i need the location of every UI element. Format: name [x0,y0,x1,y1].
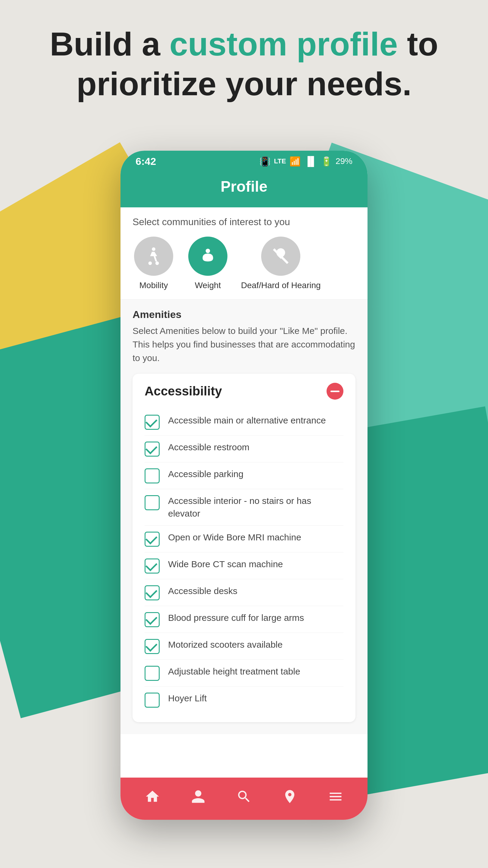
accessibility-card: Accessibility Accessible main or alterna… [133,374,355,722]
checkbox-6[interactable] [144,585,160,600]
amenities-description: Select Amenities below to build your "Li… [133,324,355,365]
nav-profile[interactable] [190,789,206,806]
battery-percentage: 29% [335,156,352,166]
search-icon [236,789,252,806]
checkbox-9[interactable] [144,666,160,681]
lte-icon: LTE [274,157,286,165]
mobility-label: Mobility [139,281,168,290]
phone-mockup: 6:42 📳 LTE 📶 ▐▌ 🔋 29% Profile Select com… [121,151,367,820]
weight-icon [197,246,218,267]
checklist-item[interactable]: Adjustable height treatment table [144,660,344,687]
community-item-weight[interactable]: Weight [187,237,229,290]
checklist-item[interactable]: Accessible interior - no stairs or has e… [144,489,344,526]
item-label-1: Accessible restroom [168,441,344,454]
svg-point-0 [152,247,156,251]
checkbox-7[interactable] [144,612,160,627]
weight-circle [188,237,227,276]
checklist-item[interactable]: Hoyer Lift [144,687,344,713]
location-icon [282,789,298,806]
deaf-circle [261,237,300,276]
checklist-container: Accessible main or alternative entranceA… [144,409,344,713]
wifi-icon: 📶 [290,156,301,167]
item-label-7: Blood pressure cuff for large arms [168,612,344,624]
menu-icon [328,789,344,806]
header-line1-highlight: custom profile [169,25,398,62]
checklist-item[interactable]: Accessible restroom [144,435,344,462]
home-icon [144,789,160,806]
checkbox-1[interactable] [144,441,160,457]
checkbox-0[interactable] [144,415,160,430]
content-area: Select communities of interest to you Mo… [121,207,367,734]
weight-label: Weight [195,281,221,290]
profile-icon [190,789,206,806]
battery-icon: 🔋 [321,156,332,167]
checkbox-5[interactable] [144,558,160,574]
communities-label: Select communities of interest to you [133,216,355,227]
signal-icon: ▐▌ [304,156,317,166]
checkbox-2[interactable] [144,468,160,484]
item-label-9: Adjustable height treatment table [168,665,344,678]
nav-menu[interactable] [328,789,344,806]
checklist-item[interactable]: Wide Bore CT scan machine [144,553,344,579]
community-item-mobility[interactable]: Mobility [133,237,175,290]
nav-home[interactable] [144,789,160,806]
header-line2: prioritize your needs. [76,65,412,102]
checkbox-10[interactable] [144,692,160,708]
svg-point-3 [206,249,210,253]
header-line1-suffix: to [398,25,438,62]
status-icons: 📳 LTE 📶 ▐▌ 🔋 29% [259,156,352,167]
checkbox-4[interactable] [144,532,160,547]
item-label-10: Hoyer Lift [168,692,344,705]
app-title: Profile [221,178,267,195]
item-label-3: Accessible interior - no stairs or has e… [168,495,344,520]
status-bar: 6:42 📳 LTE 📶 ▐▌ 🔋 29% [121,151,367,172]
checkbox-3[interactable] [144,495,160,510]
checklist-item[interactable]: Motorized scooters available [144,633,344,660]
item-label-0: Accessible main or alternative entrance [168,414,344,427]
mobility-circle [134,237,173,276]
community-icons-list: Mobility Weight [133,237,355,290]
checklist-item[interactable]: Accessible parking [144,462,344,489]
item-label-8: Motorized scooters available [168,638,344,651]
communities-section: Select communities of interest to you Mo… [121,207,367,300]
deaf-label: Deaf/Hard of Hearing [241,281,321,290]
nav-location[interactable] [282,789,298,806]
collapse-button[interactable] [327,383,344,400]
deaf-icon [270,246,291,267]
item-label-4: Open or Wide Bore MRI machine [168,531,344,544]
accessibility-title: Accessibility [144,384,222,398]
header-line1-prefix: Build a [50,25,169,62]
app-header: Profile [121,172,367,207]
item-label-2: Accessible parking [168,468,344,480]
community-item-deaf[interactable]: Deaf/Hard of Hearing [241,237,321,290]
mobility-icon [143,246,164,267]
checklist-item[interactable]: Open or Wide Bore MRI machine [144,526,344,553]
amenities-title: Amenities [133,309,355,320]
amenities-section: Amenities Select Amenities below to buil… [121,300,367,734]
bottom-nav [121,778,367,820]
header-section: Build a custom profile to prioritize you… [0,24,488,104]
checklist-item[interactable]: Accessible main or alternative entrance [144,409,344,435]
vibrate-icon: 📳 [259,156,270,167]
checklist-item[interactable]: Blood pressure cuff for large arms [144,606,344,633]
checklist-item[interactable]: Accessible desks [144,579,344,606]
card-header: Accessibility [144,383,344,400]
checkbox-8[interactable] [144,639,160,654]
svg-point-1 [149,261,152,265]
item-label-5: Wide Bore CT scan machine [168,558,344,570]
item-label-6: Accessible desks [168,585,344,597]
status-time: 6:42 [135,156,156,167]
nav-search[interactable] [236,789,252,806]
svg-point-2 [156,261,159,265]
